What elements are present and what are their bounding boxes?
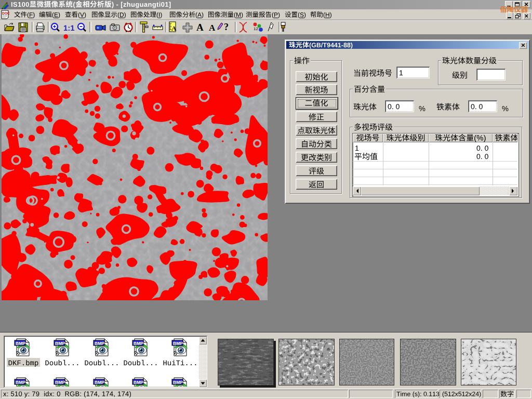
svg-text:12: 12 [254, 26, 258, 31]
svg-text:DOC: DOC [2, 11, 10, 15]
svg-text:A: A [171, 24, 177, 32]
svg-text:A: A [209, 23, 216, 33]
svg-text:A: A [196, 22, 204, 33]
svg-text:?: ? [224, 22, 229, 32]
